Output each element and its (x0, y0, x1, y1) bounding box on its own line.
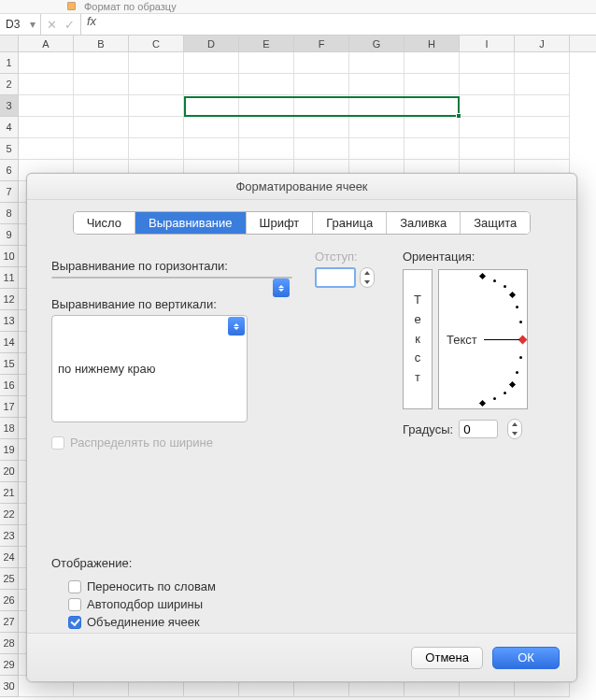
degrees-input[interactable] (459, 420, 498, 438)
cell[interactable] (74, 117, 129, 138)
row-header[interactable]: 15 (0, 353, 19, 375)
shrink-checkbox[interactable] (68, 598, 81, 611)
cell[interactable] (129, 95, 184, 117)
row-header[interactable]: 13 (0, 310, 19, 332)
cell[interactable] (129, 74, 184, 95)
format-painter-label[interactable]: Формат по образцу (84, 1, 177, 12)
cell[interactable] (515, 95, 570, 117)
cell[interactable] (184, 138, 239, 160)
cell[interactable] (515, 138, 570, 160)
cell[interactable] (239, 52, 294, 74)
cell[interactable] (404, 74, 460, 95)
wrap-checkbox[interactable] (68, 580, 81, 593)
confirm-icon[interactable]: ✓ (64, 18, 75, 32)
tab-fill[interactable]: Заливка (387, 212, 461, 234)
row-header[interactable]: 9 (0, 224, 19, 246)
cell[interactable] (294, 95, 349, 117)
col-header[interactable]: G (349, 36, 404, 51)
row-header[interactable]: 10 (0, 246, 19, 267)
row-header[interactable]: 3 (0, 95, 19, 117)
row-header[interactable]: 19 (0, 439, 19, 461)
row-header[interactable]: 2 (0, 74, 19, 95)
col-header[interactable]: C (129, 36, 184, 51)
row-header[interactable]: 29 (0, 654, 19, 676)
cell[interactable] (239, 117, 294, 138)
row-header[interactable]: 18 (0, 418, 19, 439)
cell[interactable] (19, 52, 74, 74)
cell[interactable] (349, 95, 404, 117)
cell[interactable] (460, 117, 515, 138)
orientation-dial[interactable]: Текст (438, 269, 528, 409)
row-header[interactable]: 7 (0, 181, 19, 203)
cell[interactable] (460, 74, 515, 95)
row-header[interactable]: 17 (0, 396, 19, 418)
stepper-down-icon[interactable] (361, 278, 374, 287)
cell[interactable] (239, 74, 294, 95)
cell[interactable] (515, 52, 570, 74)
row-header[interactable]: 28 (0, 633, 19, 654)
cancel-icon[interactable]: ✕ (47, 18, 57, 32)
indent-stepper[interactable] (360, 267, 375, 288)
name-box[interactable]: D3 ▾ (0, 14, 41, 35)
tab-font[interactable]: Шрифт (247, 212, 314, 234)
col-header[interactable]: E (239, 36, 294, 51)
cell[interactable] (129, 117, 184, 138)
cell[interactable] (404, 138, 460, 160)
select-all-corner[interactable] (0, 36, 19, 51)
row-header[interactable]: 12 (0, 289, 19, 310)
row-header[interactable]: 5 (0, 138, 19, 160)
row-header[interactable]: 16 (0, 375, 19, 396)
cell[interactable] (294, 138, 349, 160)
cell[interactable] (460, 138, 515, 160)
row-header[interactable]: 26 (0, 590, 19, 611)
vertical-text-button[interactable]: Т е к с т (403, 269, 433, 409)
row-header[interactable]: 22 (0, 504, 19, 525)
cell[interactable] (515, 117, 570, 138)
row-header[interactable]: 6 (0, 160, 19, 181)
cancel-button[interactable]: Отмена (411, 647, 483, 669)
cell[interactable] (404, 52, 460, 74)
cell[interactable] (19, 117, 74, 138)
tab-border[interactable]: Граница (313, 212, 387, 234)
cell[interactable] (19, 95, 74, 117)
row-header[interactable]: 21 (0, 482, 19, 504)
h-align-select[interactable] (51, 277, 292, 279)
row-header[interactable]: 1 (0, 52, 19, 74)
cell[interactable] (19, 138, 74, 160)
cell[interactable] (294, 74, 349, 95)
col-header[interactable]: I (460, 36, 515, 51)
row-header[interactable]: 8 (0, 203, 19, 224)
cell[interactable] (129, 138, 184, 160)
ok-button[interactable]: ОК (492, 647, 560, 669)
fx-icon[interactable]: fx (81, 14, 102, 35)
cell[interactable] (184, 95, 239, 117)
row-header[interactable]: 20 (0, 461, 19, 482)
cell[interactable] (184, 74, 239, 95)
cell[interactable] (404, 117, 460, 138)
col-header[interactable]: F (294, 36, 349, 51)
row-header[interactable]: 24 (0, 547, 19, 568)
cell[interactable] (19, 74, 74, 95)
cell[interactable] (239, 138, 294, 160)
cell[interactable] (74, 138, 129, 160)
cell[interactable] (294, 52, 349, 74)
indent-input[interactable] (315, 267, 356, 288)
v-align-select[interactable]: по нижнему краю (51, 315, 248, 422)
formula-input[interactable] (102, 14, 596, 35)
row-header[interactable]: 11 (0, 267, 19, 289)
cell[interactable] (349, 74, 404, 95)
col-header[interactable]: D (184, 36, 239, 51)
cell[interactable] (349, 52, 404, 74)
stepper-down-icon[interactable] (508, 429, 521, 438)
row-header[interactable]: 23 (0, 525, 19, 547)
cell[interactable] (239, 95, 294, 117)
merge-checkbox[interactable] (68, 616, 81, 629)
row-header[interactable]: 27 (0, 611, 19, 633)
stepper-up-icon[interactable] (361, 268, 374, 278)
stepper-up-icon[interactable] (508, 420, 521, 429)
cell[interactable] (294, 117, 349, 138)
col-header[interactable]: H (404, 36, 460, 51)
cell[interactable] (184, 52, 239, 74)
col-header[interactable]: J (515, 36, 570, 51)
cell[interactable] (74, 52, 129, 74)
